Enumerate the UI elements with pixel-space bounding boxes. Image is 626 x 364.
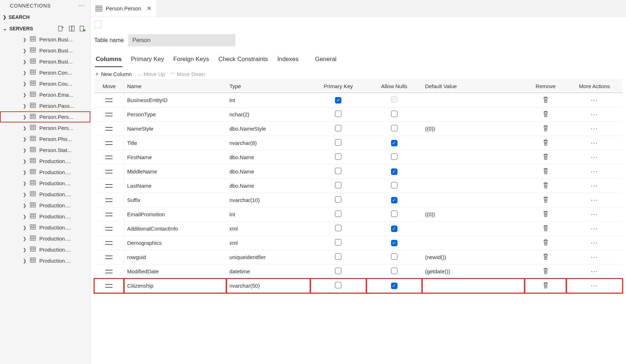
tab-indexes[interactable]: Indexes [276, 54, 299, 67]
close-icon[interactable]: ✕ [145, 5, 151, 12]
cell-default-value[interactable]: ((0)) [422, 122, 525, 136]
tree-item[interactable]: ❯Production.... [0, 244, 90, 255]
move-up-button[interactable]: ︿ Move Up [137, 71, 165, 77]
checkbox[interactable] [335, 182, 341, 188]
checkbox[interactable]: ✓ [391, 240, 397, 246]
new-column-button[interactable]: ＋ New Column [94, 71, 132, 77]
tree-item[interactable]: ❯Person.Pass... [0, 100, 90, 111]
cell-default-value[interactable]: (newid()) [422, 250, 525, 264]
tree-item[interactable]: ❯Person.Con... [0, 67, 90, 78]
cell-type[interactable]: dbo.Name [226, 165, 310, 179]
cell-default-value[interactable] [422, 107, 525, 122]
trash-icon[interactable] [542, 127, 549, 133]
checkbox[interactable] [391, 211, 397, 217]
cell-default-value[interactable] [422, 136, 525, 150]
connections-more-icon[interactable]: ··· [78, 2, 85, 9]
tab-foreign-keys[interactable]: Foreign Keys [172, 54, 210, 67]
tree-item[interactable]: ❯Production.... [0, 222, 90, 233]
checkbox[interactable] [391, 153, 397, 160]
table-row[interactable]: rowguiduniqueidentifier(newid())··· [94, 250, 622, 264]
checkbox[interactable]: ✓ [391, 168, 397, 175]
trash-icon[interactable] [542, 198, 549, 204]
cell-type[interactable]: nchar(2) [226, 107, 310, 122]
tree-item[interactable]: ❯Production.... [0, 156, 90, 167]
trash-icon[interactable] [542, 269, 549, 275]
more-actions-icon[interactable]: ··· [591, 268, 598, 275]
tree-item[interactable]: ❯Production.... [0, 189, 90, 200]
tree-item[interactable]: ❯Production.... [0, 178, 90, 189]
more-actions-icon[interactable]: ··· [591, 196, 598, 203]
trash-icon[interactable] [542, 212, 549, 218]
table-row[interactable]: LastNamedbo.Name··· [94, 179, 622, 193]
trash-icon[interactable] [542, 241, 549, 247]
cell-name[interactable]: BusinessEntityID [124, 93, 226, 107]
trash-icon[interactable] [542, 255, 549, 261]
drag-handle-icon[interactable] [105, 141, 112, 145]
tree-item[interactable]: ❯Person.Busi... [0, 34, 90, 45]
checkbox[interactable] [335, 111, 341, 117]
checkbox[interactable] [335, 239, 341, 246]
table-row[interactable]: EmailPromotionint((0))··· [94, 207, 622, 222]
drag-handle-icon[interactable] [105, 113, 112, 116]
checkbox[interactable] [335, 268, 341, 274]
drag-handle-icon[interactable] [105, 198, 112, 202]
more-actions-icon[interactable]: ··· [591, 253, 598, 261]
active-connection-icon[interactable] [80, 25, 85, 32]
table-name-input[interactable] [128, 34, 235, 46]
cell-name[interactable]: LastName [124, 179, 226, 193]
tree-item[interactable]: ❯Production.... [0, 167, 90, 178]
tree-item[interactable]: ❯Production.... [0, 200, 90, 211]
checkbox[interactable]: ✓ [391, 140, 397, 146]
move-down-button[interactable]: ﹀ Move Down [170, 71, 205, 77]
tree-item[interactable]: ❯Person.Ema... [0, 89, 90, 100]
table-row[interactable]: NameStyledbo.NameStyle((0))··· [94, 122, 622, 136]
table-row[interactable]: FirstNamedbo.Name··· [94, 150, 622, 165]
new-connection-icon[interactable] [58, 25, 64, 32]
tree-item[interactable]: ❯Person.Pho... [0, 133, 90, 145]
cell-default-value[interactable] [422, 93, 525, 107]
drag-handle-icon[interactable] [105, 256, 112, 259]
more-actions-icon[interactable]: ··· [591, 282, 598, 289]
drag-handle-icon[interactable] [105, 284, 112, 288]
cell-type[interactable]: int [226, 93, 310, 107]
checkbox[interactable] [335, 168, 341, 174]
tab-primary-key[interactable]: Primary Key [130, 54, 165, 67]
cell-type[interactable]: xml [226, 222, 310, 236]
cell-type[interactable]: nvarchar(10) [226, 193, 310, 207]
checkbox[interactable] [391, 182, 397, 188]
drag-handle-icon[interactable] [105, 170, 112, 173]
tab-general[interactable]: General [314, 54, 337, 67]
tree-item[interactable]: ❯Production.... [0, 211, 90, 222]
trash-icon[interactable] [542, 184, 549, 190]
editor-tab[interactable]: Person.Person ✕ [91, 0, 157, 17]
tree-item[interactable]: ❯Person.Busi... [0, 45, 90, 56]
more-actions-icon[interactable]: ··· [591, 125, 598, 132]
tree-item[interactable]: ❯Person.Cou... [0, 78, 90, 89]
table-row[interactable]: PersonTypenchar(2)··· [94, 107, 622, 122]
checkbox[interactable]: ✓ [391, 197, 397, 203]
cell-name[interactable]: EmailPromotion [124, 207, 226, 222]
checkbox[interactable] [335, 211, 341, 217]
cell-name[interactable]: ModifiedDate [124, 264, 226, 279]
checkbox[interactable] [391, 268, 397, 274]
checkbox[interactable] [335, 139, 341, 146]
cell-type[interactable]: uniqueidentifier [226, 250, 310, 264]
tree-item[interactable]: ❯Person.Pers... [0, 111, 90, 122]
cell-type[interactable]: dbo.NameStyle [226, 122, 310, 136]
cell-name[interactable]: Demographics [124, 236, 226, 250]
cell-name[interactable]: Citizenship [124, 279, 226, 293]
more-actions-icon[interactable]: ··· [591, 225, 598, 232]
cell-name[interactable]: NameStyle [124, 122, 226, 136]
tree-item[interactable]: ❯Person.Pers... [0, 122, 90, 133]
checkbox[interactable]: ✓ [335, 97, 341, 103]
trash-icon[interactable] [542, 227, 549, 233]
drag-handle-icon[interactable] [105, 213, 112, 216]
trash-icon[interactable] [542, 112, 549, 118]
checkbox[interactable] [335, 125, 341, 131]
checkbox[interactable] [391, 111, 397, 117]
tree-item[interactable]: ❯Production.... [0, 255, 90, 266]
drag-handle-icon[interactable] [105, 184, 112, 188]
table-row[interactable]: ModifiedDatedatetime(getdate())··· [94, 264, 622, 279]
cell-type[interactable]: int [226, 207, 310, 222]
drag-handle-icon[interactable] [105, 127, 112, 131]
